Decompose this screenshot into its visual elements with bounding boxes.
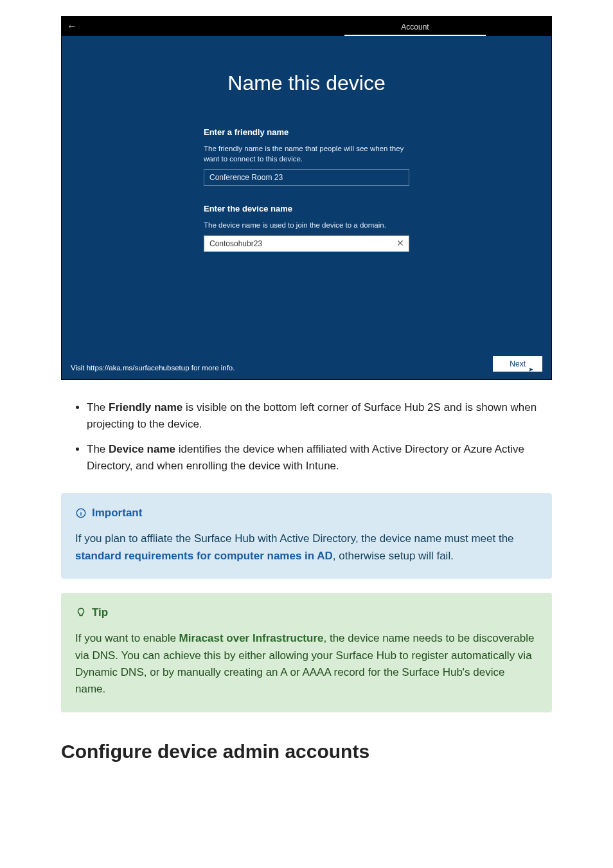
section-heading-configure-admin: Configure device admin accounts (61, 737, 552, 766)
miracast-link[interactable]: Miracast over Infrastructure (179, 632, 324, 644)
device-name-input[interactable] (204, 235, 409, 252)
list-item: The Device name identifies the device wh… (87, 441, 552, 474)
tip-body: If you want to enable Miracast over Infr… (75, 630, 538, 698)
important-title: Important (75, 505, 538, 521)
next-button[interactable]: Next ➤ (493, 356, 542, 372)
device-name-desc: The device name is used to join the devi… (204, 220, 409, 230)
svg-point-2 (81, 511, 82, 511)
clear-icon[interactable]: ✕ (396, 238, 404, 248)
oobe-footer-link[interactable]: Visit https://aka.ms/surfacehubsetup for… (71, 364, 235, 372)
oobe-form: Enter a friendly name The friendly name … (204, 127, 409, 270)
back-arrow-icon[interactable]: ← (62, 21, 84, 36)
info-icon (75, 507, 87, 519)
tip-callout: Tip If you want to enable Miracast over … (61, 593, 552, 712)
next-button-label: Next (510, 359, 526, 368)
tip-title: Tip (75, 604, 538, 621)
cursor-icon: ➤ (528, 366, 533, 373)
friendly-name-desc: The friendly name is the name that peopl… (204, 143, 409, 164)
oobe-body: Name this device Enter a friendly name T… (62, 36, 551, 379)
oobe-tab-account[interactable]: Account (344, 19, 486, 36)
oobe-topbar: ← Account (62, 17, 551, 36)
friendly-name-label: Enter a friendly name (204, 127, 409, 137)
important-callout: Important If you plan to affliate the Su… (61, 493, 552, 579)
important-body: If you plan to affliate the Surface Hub … (75, 530, 538, 565)
list-item: The Friendly name is visible on the bott… (87, 399, 552, 432)
oobe-title: Name this device (62, 36, 551, 95)
oobe-screenshot: ← Account Name this device Enter a frien… (61, 16, 552, 380)
ad-requirements-link[interactable]: standard requirements for computer names… (75, 550, 333, 562)
device-name-label: Enter the device name (204, 204, 409, 213)
description-list: The Friendly name is visible on the bott… (61, 399, 552, 474)
lightbulb-icon (75, 607, 87, 619)
friendly-name-input[interactable] (204, 169, 409, 186)
